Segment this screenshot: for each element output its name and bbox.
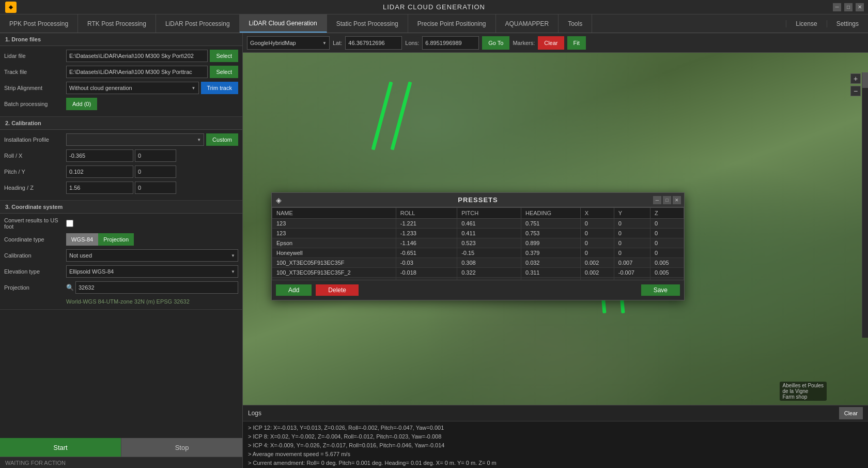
map-scrollbar[interactable]: [862, 72, 868, 338]
col-y: Y: [614, 208, 650, 219]
custom-button[interactable]: Custom: [206, 133, 238, 146]
installation-profile-row: Installation Profile Custom: [4, 133, 238, 146]
presets-add-button[interactable]: Add: [276, 284, 312, 296]
roll-row: Roll / X: [4, 149, 238, 162]
zoom-in-button[interactable]: +: [850, 73, 861, 84]
presets-table-scroll[interactable]: NAME ROLL PITCH HEADING X Y Z 1: [272, 207, 684, 280]
map-scrollbar-thumb[interactable]: [862, 72, 868, 88]
convert-usfoot-label: Convert results to US foot: [4, 217, 66, 230]
pitch-input2[interactable]: [135, 165, 176, 178]
table-row[interactable]: Epson-1.1460.5230.899000: [272, 238, 684, 248]
add-button[interactable]: Add (0): [66, 98, 97, 110]
logs-section: Logs Clear > ICP 12: X=-0.013, Y=0.013, …: [243, 405, 868, 468]
calibration-row: Calibration Not used: [4, 249, 238, 262]
heading-input2[interactable]: [135, 182, 176, 194]
track-file-label: Track file: [4, 69, 66, 75]
calibration-select[interactable]: Not used: [66, 249, 238, 262]
track-file-row: Track file Select: [4, 65, 238, 79]
log-entry: > ICP 8: X=0.02, Y=-0.002, Z=-0.004, Rol…: [248, 432, 863, 441]
col-z: Z: [650, 208, 684, 219]
logs-clear-button[interactable]: Clear: [839, 407, 863, 419]
projection-input-group: 🔍: [66, 281, 238, 294]
track-file-input[interactable]: [66, 66, 208, 78]
restore-button[interactable]: □: [844, 3, 853, 11]
start-button[interactable]: Start: [0, 438, 121, 457]
strip-alignment-label: Strip Alignment: [4, 85, 66, 91]
stop-button[interactable]: Stop: [121, 438, 242, 457]
modal-close-button[interactable]: ✕: [673, 196, 681, 204]
pitch-input1[interactable]: [66, 165, 133, 178]
strip-alignment-select[interactable]: Without cloud generation: [66, 82, 199, 94]
tab-license[interactable]: License: [786, 20, 826, 27]
tab-lidar-post[interactable]: LiDAR Post Processing: [156, 14, 240, 33]
titlebar: ◈ LIDAR CLOUD GENERATION ─ □ ✕: [0, 0, 868, 14]
roll-input1[interactable]: [66, 149, 133, 162]
tab-tools[interactable]: Tools: [559, 14, 592, 33]
left-panel-spacer: [0, 310, 242, 438]
presets-title: PRESSETS: [458, 196, 498, 204]
clear-markers-button[interactable]: Clear: [538, 36, 564, 50]
elevation-type-select[interactable]: Ellipsoid WGS-84: [66, 265, 238, 278]
zoom-out-button[interactable]: −: [850, 86, 861, 96]
tabbar-right: License Settings: [786, 14, 868, 33]
tab-lidar-cloud[interactable]: LiDAR Cloud Generation: [240, 14, 327, 33]
minimize-button[interactable]: ─: [833, 3, 841, 11]
modal-restore-button[interactable]: □: [663, 196, 671, 204]
convert-usfoot-row: Convert results to US foot: [4, 217, 238, 230]
projection-button[interactable]: Projection: [98, 233, 134, 246]
tab-bar: PPK Post Processing RTK Post Processing …: [0, 14, 868, 33]
status-text: WAITING FOR ACTION: [5, 460, 66, 466]
section1-body: Lidar file Select Track file Select Stri…: [0, 46, 242, 117]
tab-rtk[interactable]: RTK Post Processing: [78, 14, 156, 33]
lon-label: Lons:: [405, 40, 419, 46]
installation-profile-select[interactable]: [66, 133, 204, 146]
main-layout: 1. Drone files Lidar file Select Track f…: [0, 33, 868, 468]
table-row[interactable]: 100_XT3EC05F913EC35F_2-0.0180.3220.3110.…: [272, 268, 684, 278]
coord-type-label: Coordinate type: [4, 236, 66, 243]
calibration-label: Calibration: [4, 252, 66, 259]
log-entry: > ICP 4: X=-0.009, Y=-0.026, Z=-0.017, R…: [248, 441, 863, 450]
table-row[interactable]: 123-1.2210.4610.751000: [272, 219, 684, 229]
markers-label: Markers:: [513, 40, 535, 46]
section3-body: Convert results to US foot Coordinate ty…: [0, 214, 242, 310]
tab-ppp[interactable]: Precise Point Positioning: [408, 14, 496, 33]
map-watermark: Abeilles et Poulesde la VigneFarm shop: [780, 382, 827, 401]
track-select-button[interactable]: Select: [210, 66, 238, 78]
laser-strip-1: [371, 82, 393, 150]
status-bar: WAITING FOR ACTION: [0, 457, 242, 468]
presets-delete-button[interactable]: Delete: [316, 284, 359, 296]
fit-button[interactable]: Fit: [567, 36, 586, 50]
lidar-file-input[interactable]: [66, 50, 208, 62]
elevation-type-label: Elevation type: [4, 268, 66, 275]
table-row[interactable]: 123-1.2330.4110.753000: [272, 229, 684, 238]
window-controls[interactable]: ─ □ ✕: [833, 3, 864, 11]
table-row[interactable]: Honeywell-0.651-0.150.379000: [272, 248, 684, 258]
tab-aquamapper[interactable]: AQUAMAPPER: [496, 14, 559, 33]
map-container: Abeilles et Poulesde la VigneFarm shop +…: [243, 53, 868, 405]
tab-settings[interactable]: Settings: [827, 20, 868, 27]
modal-logo-icon: ◈: [276, 196, 282, 204]
lon-input[interactable]: [422, 36, 479, 50]
lat-label: Lat:: [333, 40, 342, 46]
lat-input[interactable]: [345, 36, 402, 50]
convert-usfoot-checkbox[interactable]: [66, 220, 73, 227]
heading-label: Heading / Z: [4, 185, 66, 191]
goto-button[interactable]: Go To: [482, 36, 509, 50]
modal-footer: Add Delete Save: [272, 280, 684, 300]
projection-input[interactable]: [75, 281, 238, 294]
roll-input2[interactable]: [135, 149, 176, 162]
log-entry: > ICP 12: X=-0.013, Y=0.013, Z=0.026, Ro…: [248, 424, 863, 432]
lidar-select-button[interactable]: Select: [210, 50, 238, 62]
presets-save-button[interactable]: Save: [641, 284, 680, 296]
table-row[interactable]: 100_XT3EC05F913EC35F-0.030.3080.0320.002…: [272, 258, 684, 268]
wgs84-button[interactable]: WGS-84: [66, 233, 98, 246]
action-buttons: Start Stop: [0, 438, 242, 457]
trim-track-button[interactable]: Trim track: [201, 82, 238, 94]
tab-static[interactable]: Static Post Processing: [327, 14, 408, 33]
heading-input1[interactable]: [66, 182, 133, 194]
map-type-select[interactable]: GoogleHybridMap: [247, 36, 330, 50]
close-button[interactable]: ✕: [856, 3, 864, 11]
strip-alignment-row: Strip Alignment Without cloud generation…: [4, 81, 238, 95]
modal-minimize-button[interactable]: ─: [653, 196, 661, 204]
tab-ppk[interactable]: PPK Post Processing: [0, 14, 78, 33]
